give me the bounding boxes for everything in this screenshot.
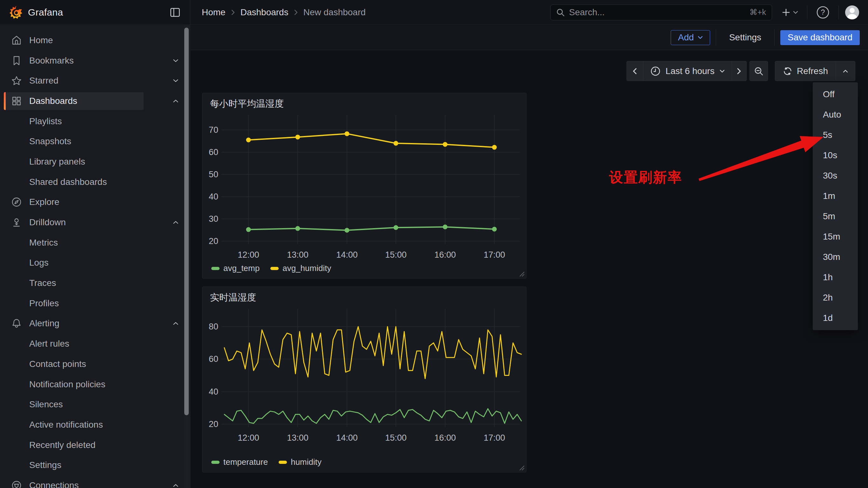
sidebar-item-recently-deleted[interactable]: Recently deleted (0, 435, 190, 455)
sidebar-item-explore[interactable]: Explore (0, 192, 190, 213)
legend-label: humidity (291, 457, 321, 467)
chevron-right-icon (737, 68, 741, 75)
sidebar-item-profiles[interactable]: Profiles (0, 293, 190, 313)
refresh-interval-option-1d[interactable]: 1d (813, 308, 858, 328)
sidebar-item-label: Alerting (29, 318, 59, 329)
refresh-interval-option-5m[interactable]: 5m (813, 206, 858, 226)
home-icon (9, 35, 24, 46)
star-icon (9, 75, 24, 86)
sidebar-scrollbar[interactable] (184, 25, 189, 488)
chevron-up-icon[interactable] (173, 484, 179, 487)
grid-icon (9, 96, 24, 106)
refresh-interval-option-30s[interactable]: 30s (813, 165, 858, 186)
sidebar-item-bookmarks[interactable]: Bookmarks (0, 51, 190, 71)
panel-realtime-temp-humidity[interactable]: 实时温湿度 8060402012:0013:0014:0015:0016:001… (202, 286, 526, 472)
chevron-down-icon[interactable] (173, 79, 179, 83)
svg-text:15:00: 15:00 (385, 250, 407, 260)
panel-hourly-avg-temp-humidity[interactable]: 每小时平均温湿度 70605040302012:0013:0014:0015:0… (202, 93, 526, 279)
refresh-interval-option-1h[interactable]: 1h (813, 267, 858, 287)
refresh-interval-dropdown-button[interactable] (836, 61, 855, 81)
chevron-up-icon[interactable] (173, 99, 179, 102)
sidebar-item-logs[interactable]: Logs (0, 253, 190, 273)
svg-text:30: 30 (209, 214, 218, 224)
divider (838, 5, 839, 20)
sidebar-item-label: Alert rules (29, 339, 69, 349)
legend-item-avg_humidity[interactable]: avg_humidity (270, 264, 331, 273)
legend-item-avg_temp[interactable]: avg_temp (211, 264, 259, 273)
sidebar-item-label: Dashboards (29, 96, 77, 106)
sidebar-item-library-panels[interactable]: Library panels (0, 152, 190, 172)
sidebar-item-traces[interactable]: Traces (0, 273, 190, 293)
compass-icon (9, 197, 24, 208)
plug-icon (9, 480, 24, 488)
svg-text:20: 20 (209, 419, 218, 429)
zoom-out-icon (754, 66, 764, 76)
sidebar-nav: HomeBookmarksStarredDashboardsPlaylistsS… (0, 25, 190, 488)
sidebar-item-metrics[interactable]: Metrics (0, 233, 190, 253)
sidebar-item-shared-dashboards[interactable]: Shared dashboards (0, 172, 190, 192)
sidebar-item-label: Explore (29, 197, 59, 207)
refresh-interval-option-2h[interactable]: 2h (813, 287, 858, 308)
sidebar-item-alerting[interactable]: Alerting (0, 313, 190, 334)
sidebar-item-snapshots[interactable]: Snapshots (0, 131, 190, 152)
sidebar-item-starred[interactable]: Starred (0, 70, 190, 91)
time-range-picker[interactable]: Last 6 hours (643, 61, 732, 81)
sidebar-item-settings[interactable]: Settings (0, 455, 190, 475)
svg-text:17:00: 17:00 (484, 433, 505, 443)
help-icon: ? (816, 6, 830, 19)
sidebar-item-active-notifications[interactable]: Active notifications (0, 415, 190, 435)
sidebar-scrollbar-thumb[interactable] (184, 28, 189, 415)
sidebar-item-home[interactable]: Home (0, 30, 190, 51)
refresh-button[interactable]: Refresh (775, 61, 836, 81)
save-dashboard-button[interactable]: Save dashboard (780, 30, 860, 45)
refresh-interval-option-5s[interactable]: 5s (813, 125, 858, 145)
time-shift-forward-button[interactable] (732, 61, 747, 81)
sidebar-item-drilldown[interactable]: Drilldown (0, 212, 190, 233)
chevron-down-icon[interactable] (173, 59, 179, 62)
chevron-up-icon[interactable] (173, 221, 179, 224)
help-button[interactable]: ? (814, 3, 832, 22)
refresh-interval-option-30m[interactable]: 30m (813, 247, 858, 267)
add-button-label: Add (678, 32, 694, 42)
sidebar-item-dashboards[interactable]: Dashboards (0, 91, 190, 111)
refresh-interval-option-auto[interactable]: Auto (813, 104, 858, 125)
legend-item-temperature[interactable]: temperature (211, 457, 268, 467)
legend-label: avg_humidity (282, 264, 331, 273)
panel-resize-handle[interactable] (519, 464, 525, 471)
svg-text:15:00: 15:00 (385, 433, 407, 443)
sidebar-item-silences[interactable]: Silences (0, 394, 190, 415)
sidebar-item-alert-rules[interactable]: Alert rules (0, 334, 190, 354)
search-input[interactable]: Search... ⌘+k (550, 4, 772, 20)
settings-button[interactable]: Settings (722, 30, 769, 45)
grafana-logo-icon[interactable] (9, 6, 22, 19)
sidebar-item-label: Starred (29, 75, 58, 86)
sidebar-item-label: Playlists (29, 116, 62, 126)
legend-item-humidity[interactable]: humidity (279, 457, 321, 467)
breadcrumb-item-home[interactable]: Home (202, 7, 225, 18)
time-shift-back-button[interactable] (626, 61, 643, 81)
panel-resize-handle[interactable] (519, 271, 525, 277)
breadcrumb-item-dashboards[interactable]: Dashboards (241, 7, 288, 18)
new-button[interactable] (779, 5, 801, 20)
chevron-up-icon[interactable] (173, 322, 179, 325)
sidebar-item-playlists[interactable]: Playlists (0, 111, 190, 131)
sidebar-toggle-button[interactable] (168, 5, 182, 20)
sidebar-item-notification-policies[interactable]: Notification policies (0, 374, 190, 395)
refresh-interval-option-off[interactable]: Off (813, 84, 858, 104)
panel-legend: temperaturehumidity (211, 457, 321, 467)
chevron-down-icon (698, 36, 703, 39)
legend-swatch (211, 461, 220, 464)
sidebar-item-connections[interactable]: Connections (0, 475, 190, 488)
refresh-interval-option-10s[interactable]: 10s (813, 145, 858, 165)
refresh-interval-option-1m[interactable]: 1m (813, 186, 858, 206)
svg-text:40: 40 (209, 387, 218, 396)
legend-label: temperature (223, 457, 268, 467)
user-avatar[interactable] (845, 5, 859, 20)
zoom-out-time-button[interactable] (749, 61, 768, 81)
sidebar-item-contact-points[interactable]: Contact points (0, 354, 190, 374)
svg-text:?: ? (821, 8, 825, 17)
chevron-down-icon (720, 69, 725, 73)
add-panel-button[interactable]: Add (671, 30, 710, 45)
top-header: Grafana HomeDashboardsNew dashboard Sear… (0, 0, 868, 25)
refresh-interval-option-15m[interactable]: 15m (813, 226, 858, 247)
